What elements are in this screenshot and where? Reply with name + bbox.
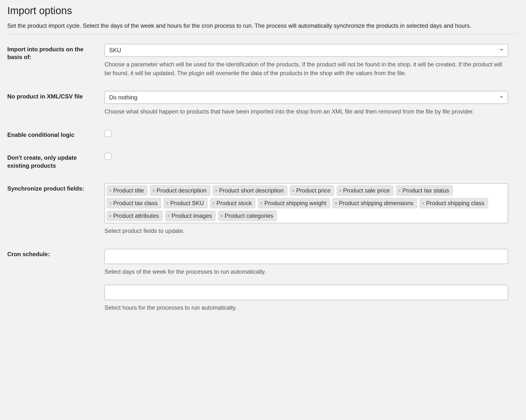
label-cron-schedule: Cron schedule: bbox=[7, 249, 104, 258]
row-no-product: No product in XML/CSV file Do nothing Ch… bbox=[7, 91, 519, 116]
multiselect-cron-hours[interactable] bbox=[104, 285, 508, 300]
section-divider bbox=[7, 34, 519, 34]
remove-tag-icon[interactable]: × bbox=[215, 188, 218, 193]
help-no-product: Choose what should happen to products th… bbox=[104, 107, 508, 116]
tag-label: Product images bbox=[171, 212, 212, 219]
tag-item: ×Product stock bbox=[210, 198, 255, 208]
row-only-update: Don't create, only update existing produ… bbox=[7, 152, 519, 170]
help-cron-days: Select days of the week for the processe… bbox=[104, 267, 508, 276]
remove-tag-icon[interactable]: × bbox=[152, 188, 155, 193]
help-sync-fields: Select product fields to update. bbox=[104, 227, 508, 235]
tag-item: ×Product shipping class bbox=[420, 198, 488, 208]
remove-tag-icon[interactable]: × bbox=[334, 201, 337, 206]
checkbox-only-update[interactable] bbox=[104, 153, 111, 160]
tag-label: Product attributes bbox=[113, 212, 159, 219]
tag-label: Product shipping weight bbox=[264, 200, 326, 207]
tag-item: ×Product short description bbox=[213, 185, 287, 196]
tag-item: ×Product tax status bbox=[396, 185, 453, 196]
label-sync-fields: Synchronize product fields: bbox=[7, 183, 104, 192]
remove-tag-icon[interactable]: × bbox=[166, 201, 169, 206]
tag-label: Product tax class bbox=[113, 200, 158, 207]
tag-item: ×Product price bbox=[290, 185, 334, 196]
row-cron-hours: Select hours for the processes to run au… bbox=[7, 285, 519, 312]
remove-tag-icon[interactable]: × bbox=[260, 201, 263, 206]
remove-tag-icon[interactable]: × bbox=[212, 201, 215, 206]
tag-label: Product shipping dimensions bbox=[339, 200, 414, 207]
label-conditional-logic: Enable conditional logic bbox=[7, 130, 104, 139]
row-import-basis: Import into products on the basis of: SK… bbox=[7, 44, 519, 78]
tag-item: ×Product categories bbox=[218, 211, 277, 221]
tag-item: ×Product shipping dimensions bbox=[332, 198, 417, 208]
row-cron-schedule: Cron schedule: Select days of the week f… bbox=[7, 249, 519, 276]
help-import-basis: Choose a parameter which will be used fo… bbox=[104, 60, 508, 78]
tag-item: ×Product description bbox=[150, 185, 210, 196]
remove-tag-icon[interactable]: × bbox=[292, 188, 295, 193]
remove-tag-icon[interactable]: × bbox=[109, 201, 112, 206]
tag-item: ×Product sale price bbox=[337, 185, 394, 196]
multiselect-cron-days[interactable] bbox=[104, 249, 508, 264]
page-title: Import options bbox=[7, 5, 519, 17]
help-cron-hours: Select hours for the processes to run au… bbox=[104, 303, 508, 312]
tag-label: Product shipping class bbox=[426, 200, 485, 207]
checkbox-conditional-logic[interactable] bbox=[104, 130, 111, 137]
tag-item: ×Product shipping weight bbox=[258, 198, 330, 208]
label-cron-hours-empty bbox=[7, 285, 104, 286]
label-import-basis: Import into products on the basis of: bbox=[7, 44, 104, 61]
tag-item: ×Product SKU bbox=[164, 198, 207, 208]
tag-label: Product title bbox=[113, 187, 144, 194]
tag-label: Product short description bbox=[219, 187, 283, 194]
select-import-basis[interactable]: SKU bbox=[104, 44, 508, 57]
row-sync-fields: Synchronize product fields: ×Product tit… bbox=[7, 183, 519, 235]
select-no-product[interactable]: Do nothing bbox=[104, 91, 508, 104]
remove-tag-icon[interactable]: × bbox=[167, 213, 170, 218]
label-no-product: No product in XML/CSV file bbox=[7, 91, 104, 100]
remove-tag-icon[interactable]: × bbox=[422, 201, 425, 206]
remove-tag-icon[interactable]: × bbox=[109, 188, 112, 193]
tag-label: Product description bbox=[157, 187, 206, 194]
section-description: Set the product import cycle. Select the… bbox=[7, 22, 519, 29]
remove-tag-icon[interactable]: × bbox=[398, 188, 401, 193]
remove-tag-icon[interactable]: × bbox=[220, 213, 223, 218]
label-only-update: Don't create, only update existing produ… bbox=[7, 152, 104, 170]
remove-tag-icon[interactable]: × bbox=[109, 213, 112, 218]
tag-label: Product tax status bbox=[402, 187, 449, 194]
tag-item: ×Product images bbox=[165, 211, 216, 221]
tag-item: ×Product attributes bbox=[107, 211, 163, 221]
tag-item: ×Product title bbox=[107, 185, 148, 196]
tag-label: Product sale price bbox=[343, 187, 390, 194]
tag-item: ×Product tax class bbox=[107, 198, 161, 208]
remove-tag-icon[interactable]: × bbox=[339, 188, 342, 193]
tag-label: Product price bbox=[296, 187, 330, 194]
tag-label: Product categories bbox=[225, 212, 273, 219]
tag-label: Product SKU bbox=[170, 200, 204, 207]
multiselect-sync-fields[interactable]: ×Product title×Product description×Produ… bbox=[104, 183, 508, 223]
tag-label: Product stock bbox=[217, 200, 252, 207]
row-conditional-logic: Enable conditional logic bbox=[7, 130, 519, 139]
